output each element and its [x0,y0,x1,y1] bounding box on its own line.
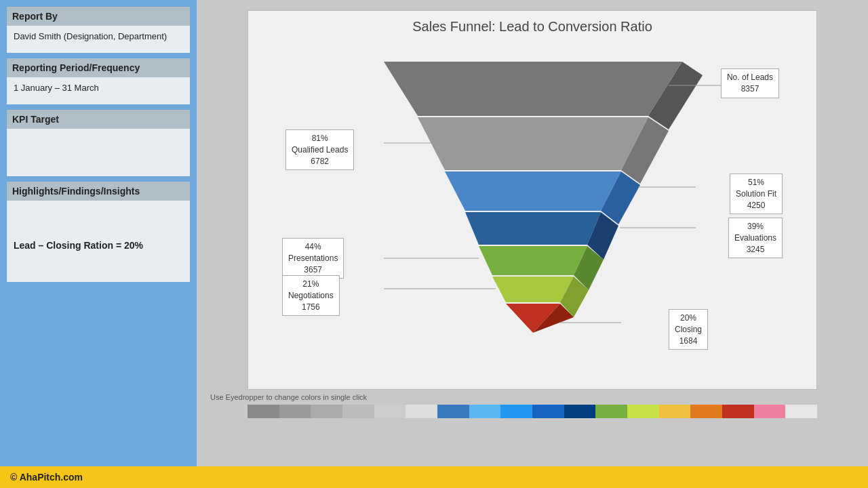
palette-color-14 [659,405,691,418]
palette-color-8 [469,405,501,418]
label-neg-value: 1756 [288,302,334,313]
label-closing-value: 1684 [675,336,702,347]
palette-color-12 [595,405,627,418]
label-neg-pct: 21% [288,279,334,290]
chart-area: Sales Funnel: Lead to Conversion Ratio [197,0,868,466]
funnel-layer-3 [445,171,621,211]
label-eval: 39% Evaluations 3245 [728,218,783,258]
label-pres-pct: 44% [288,241,338,253]
funnel-layer-2 [418,117,648,170]
period-section: Reporting Period/Frequency 1 January – 3… [7,58,190,104]
label-leads-value: 8357 [727,83,773,95]
label-leads-text: No. of Leads [727,72,773,83]
label-eval-value: 3245 [734,244,776,256]
palette-color-2 [279,405,311,418]
eyedropper-text: Use Eyedropper to change colors in singl… [210,393,367,401]
kpi-header: KPI Target [7,110,190,129]
label-qualified-value: 6782 [292,156,348,167]
palette-color-10 [532,405,564,418]
label-qualified-text: Qualified Leads [292,144,348,156]
label-solution-text: Solution Fit [736,188,776,200]
funnel-layer-5 [479,246,587,275]
footer-text: © AhaPitch.com [10,472,83,483]
label-pres-text: Presentations [288,253,338,264]
label-neg: 21% Negotiations 1756 [282,275,340,316]
label-closing-text: Closing [675,324,702,336]
chart-container: Sales Funnel: Lead to Conversion Ratio [248,10,817,390]
report-by-value: David Smith (Designation, Department) [7,26,190,53]
palette-color-15 [690,405,722,418]
palette-color-6 [406,405,437,418]
label-eval-pct: 39% [734,221,776,232]
chart-title: Sales Funnel: Lead to Conversion Ratio [248,11,816,40]
report-by-header: Report By [7,7,190,26]
funnel-layer-4 [465,212,601,245]
label-closing: 20% Closing 1684 [669,309,708,350]
palette-color-17 [754,405,786,418]
highlights-body: Lead – Closing Ration = 20% [7,201,190,282]
highlights-value: Lead – Closing Ration = 20% [14,240,183,251]
period-header: Reporting Period/Frequency [7,58,190,77]
footer: © AhaPitch.com [0,466,868,488]
palette-color-13 [627,405,659,418]
sidebar: Report By David Smith (Designation, Depa… [0,0,197,466]
palette-color-18 [785,405,817,418]
kpi-section: KPI Target [7,110,190,176]
label-qualified: 81% Qualified Leads 6782 [285,129,354,170]
palette-color-5 [374,405,406,418]
palette-color-16 [722,405,754,418]
palette-color-11 [564,405,596,418]
funnel-layer-1 [384,62,682,116]
main-content: Report By David Smith (Designation, Depa… [0,0,868,466]
kpi-value [7,129,190,176]
label-neg-text: Negotiations [288,290,334,302]
palette-color-3 [311,405,342,418]
period-value: 1 January – 31 March [7,77,190,104]
label-closing-pct: 20% [675,312,702,324]
highlights-header: Highlights/Findings/Insights [7,182,190,201]
highlights-section: Highlights/Findings/Insights Lead – Clos… [7,182,190,282]
label-solution-pct: 51% [736,177,776,188]
palette-color-7 [437,405,469,418]
report-by-section: Report By David Smith (Designation, Depa… [7,7,190,53]
palette-color-9 [500,405,532,418]
label-qualified-pct: 81% [292,133,348,144]
funnel-layer-6 [492,277,574,302]
palette-color-4 [342,405,374,418]
label-eval-text: Evaluations [734,232,776,244]
label-pres-value: 3657 [288,264,338,276]
palette-color-1 [248,405,279,418]
palette-bar [248,405,817,418]
label-solution: 51% Solution Fit 4250 [730,174,783,214]
label-solution-value: 4250 [736,200,776,211]
label-pres: 44% Presentations 3657 [282,238,344,279]
label-no-leads: No. of Leads 8357 [721,68,779,98]
